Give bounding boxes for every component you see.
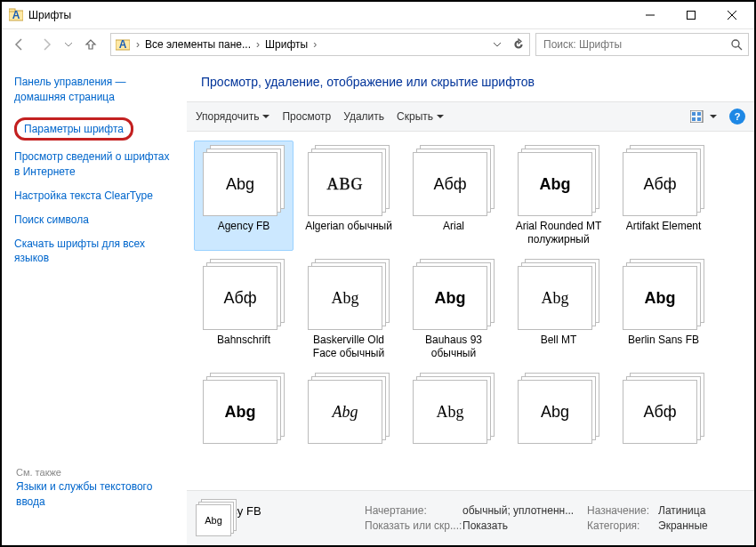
hide-button[interactable]: Скрыть [397, 110, 444, 123]
font-item[interactable]: АбфBahnschrift [194, 254, 294, 365]
window-title: Шрифты [28, 9, 630, 21]
font-label: Arial Rounded MT полужирный [513, 220, 604, 246]
font-item[interactable]: AbgBauhaus 93 обычный [404, 254, 503, 365]
font-settings-link[interactable]: Параметры шрифта [24, 122, 124, 137]
fonts-folder-icon: A [113, 35, 133, 54]
details-value: обычный; уплотненн... [462, 504, 587, 518]
delete-button[interactable]: Удалить [343, 110, 384, 123]
svg-text:A: A [12, 9, 20, 21]
close-button[interactable] [712, 2, 752, 28]
sidebar-link[interactable]: Просмотр сведений о шрифтах в Интернете [14, 149, 174, 180]
font-label: Berlin Sans FB [628, 334, 699, 347]
svg-rect-13 [697, 112, 701, 116]
up-button[interactable] [78, 33, 103, 56]
font-item[interactable]: AbgArial Rounded MT полужирный [509, 141, 608, 251]
svg-rect-12 [692, 112, 696, 116]
details-value: Показать [462, 519, 587, 532]
search-box[interactable] [535, 33, 749, 56]
details-label: Назначение: [587, 504, 658, 518]
font-label: Arial [443, 220, 464, 233]
svg-rect-4 [688, 12, 696, 20]
font-label: Baskerville Old Face обычный [303, 334, 394, 360]
font-item[interactable]: АбфArial [404, 141, 503, 251]
font-label: Artifakt Element [626, 220, 702, 233]
breadcrumb[interactable]: Все элементы пане... [141, 34, 254, 55]
forward-button[interactable] [34, 33, 59, 56]
details-label: Показать или скр...: [365, 519, 462, 532]
preview-button[interactable]: Просмотр [282, 110, 331, 123]
font-label: Bauhaus 93 обычный [408, 334, 499, 360]
sidebar-link[interactable]: Языки и службы текстового ввода [16, 479, 176, 510]
svg-rect-14 [692, 117, 696, 121]
organize-button[interactable]: Упорядочить [196, 110, 269, 123]
address-dropdown[interactable] [487, 34, 508, 55]
svg-point-9 [732, 40, 739, 47]
details-value: Экранные [658, 519, 747, 532]
svg-line-10 [738, 46, 742, 50]
back-button[interactable] [7, 33, 32, 56]
search-input[interactable] [536, 38, 725, 51]
font-item[interactable]: AbgBell MT [509, 254, 608, 365]
font-label: Agency FB [218, 220, 270, 233]
font-item[interactable]: Abg [299, 368, 398, 452]
font-item[interactable]: AbgBerlin Sans FB [614, 254, 713, 365]
details-pane: Abg Agency FB Начертание: обычный; уплот… [187, 490, 754, 545]
search-icon[interactable] [725, 34, 748, 55]
control-panel-home-link[interactable]: Панель управления — домашняя страница [14, 75, 174, 105]
svg-text:A: A [119, 38, 127, 51]
maximize-button[interactable] [671, 2, 712, 28]
font-item[interactable]: AbgAgency FB [194, 141, 294, 251]
chevron-right-icon: › [311, 38, 318, 51]
chevron-right-icon: › [254, 38, 261, 51]
font-item[interactable]: Абф [614, 368, 713, 452]
help-button[interactable]: ? [729, 109, 745, 125]
details-label: Начертание: [365, 504, 462, 518]
font-item[interactable]: Abg [194, 368, 294, 452]
font-label: Bell MT [541, 334, 577, 347]
page-title: Просмотр, удаление, отображение или скры… [187, 59, 754, 101]
svg-rect-15 [697, 117, 701, 121]
fonts-folder-icon: A [9, 8, 23, 22]
details-label: Категория: [587, 519, 658, 532]
font-item[interactable]: АбфArtifakt Element [614, 141, 713, 251]
font-item[interactable]: AbgBaskerville Old Face обычный [299, 254, 398, 365]
breadcrumb[interactable]: Шрифты [261, 34, 311, 55]
font-item[interactable]: Abg [509, 368, 608, 452]
font-item[interactable]: ABGAlgerian обычный [299, 141, 398, 251]
address-bar[interactable]: A › Все элементы пане... › Шрифты › [110, 33, 530, 56]
sidebar-link[interactable]: Настройка текста ClearType [14, 189, 174, 204]
see-also-label: См. также [16, 467, 61, 478]
font-label: Bahnschrift [217, 334, 270, 347]
history-dropdown[interactable] [60, 33, 76, 56]
font-item[interactable]: Abg [404, 368, 503, 452]
details-value: Латиница [658, 504, 747, 518]
view-options-button[interactable] [690, 110, 717, 123]
chevron-right-icon: › [134, 38, 141, 51]
minimize-button[interactable] [630, 2, 671, 28]
sidebar-link[interactable]: Поиск символа [14, 213, 174, 228]
font-label: Algerian обычный [305, 220, 392, 233]
font-grid: AbgAgency FBABGAlgerian обычныйАбфArialA… [187, 132, 754, 490]
refresh-button[interactable] [508, 34, 529, 55]
sidebar-link[interactable]: Скачать шрифты для всех языков [14, 237, 174, 267]
